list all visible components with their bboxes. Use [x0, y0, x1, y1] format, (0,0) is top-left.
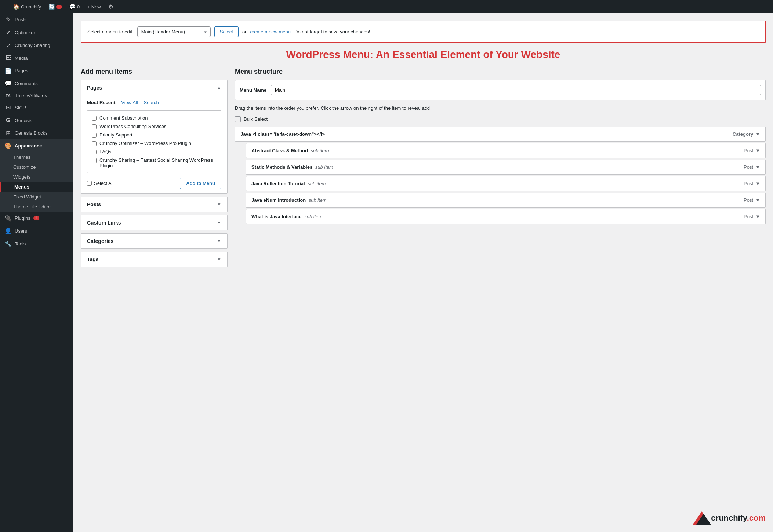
sidebar-item-appearance[interactable]: 🎨 Appearance Themes Customize Widgets Me…	[0, 139, 73, 212]
menu-name-input[interactable]	[271, 85, 761, 95]
select-all-label: Select All	[94, 181, 113, 186]
appearance-icon: 🎨	[4, 142, 12, 149]
menu-structure-panel: Menu structure Menu Name Drag the items …	[235, 68, 766, 226]
site-name-button[interactable]: 🏠 Crunchify	[10, 0, 44, 13]
menu-name-row: Menu Name	[235, 80, 766, 100]
optimizer-icon: ✔	[4, 29, 12, 36]
pages-accordion-chevron-up: ▲	[217, 85, 221, 90]
comments-button[interactable]: 💬 0	[66, 0, 83, 13]
sidebar-item-users[interactable]: 👤 Users	[0, 225, 73, 237]
crunchy-sharing-icon: ↗	[4, 42, 12, 49]
menu-item-java-enum: Java eNum Introduction sub item Post ▼	[246, 193, 766, 208]
custom-links-accordion: Custom Links ▼	[81, 215, 228, 230]
posts-accordion-header[interactable]: Posts ▼	[81, 197, 227, 212]
menu-select-dropdown[interactable]: Main (Header Menu)	[137, 26, 211, 37]
tags-accordion: Tags ▼	[81, 252, 228, 267]
bulk-select-row: Bulk Select	[235, 116, 766, 122]
sidebar-submenu-widgets[interactable]: Widgets	[0, 172, 73, 182]
sidebar-thirstyaffiliates-label: ThirstyAffiliates	[15, 93, 47, 98]
sidebar-submenu-theme-file-editor[interactable]: Theme File Editor	[0, 202, 73, 212]
faqs-checkbox[interactable]	[92, 150, 97, 154]
posts-accordion: Posts ▼	[81, 197, 228, 212]
select-button[interactable]: Select	[214, 26, 239, 37]
sidebar-appearance-label: Appearance	[15, 143, 42, 149]
plugins-badge: 1	[33, 216, 39, 220]
customize-icon-button[interactable]: ⚙	[105, 0, 116, 13]
sidebar-item-genesis[interactable]: G Genesis	[0, 114, 73, 127]
tags-accordion-header[interactable]: Tags ▼	[81, 252, 227, 267]
list-item: FAQs	[90, 147, 218, 156]
tab-view-all[interactable]: View All	[121, 100, 138, 106]
sidebar-comments-label: Comments	[15, 81, 38, 86]
static-methods-expand-icon[interactable]: ▼	[755, 164, 760, 170]
custom-links-label: Custom Links	[87, 220, 121, 226]
admin-bar: W 🏠 Crunchify 🔄 1 💬 0 + New ⚙	[0, 0, 773, 13]
genesis-icon: G	[4, 117, 12, 124]
menu-item-java-type: Category ▼	[733, 131, 760, 137]
sidebar-item-pages[interactable]: 📄 Pages	[0, 64, 73, 77]
sidebar-item-plugins[interactable]: 🔌 Plugins 1	[0, 212, 73, 225]
updates-button[interactable]: 🔄 1	[46, 0, 65, 13]
custom-links-accordion-header[interactable]: Custom Links ▼	[81, 215, 227, 230]
menu-item-java-category: Java <i class="fa fa-caret-down"></i> Ca…	[235, 127, 766, 142]
wp-logo-button[interactable]: W	[3, 0, 9, 13]
sidebar-genesis-label: Genesis	[15, 118, 32, 123]
new-content-button[interactable]: + New	[84, 0, 104, 13]
pages-accordion: Pages ▲ Most Recent View All Search C	[81, 80, 228, 194]
categories-accordion-header[interactable]: Categories ▼	[81, 234, 227, 248]
fixed-widget-label: Fixed Widget	[0, 192, 73, 202]
abstract-class-expand-icon[interactable]: ▼	[755, 148, 760, 153]
sidebar-item-thirstyaffiliates[interactable]: TA ThirstyAffiliates	[0, 90, 73, 101]
menu-item-java-title: Java <i class="fa fa-caret-down"></i>	[240, 131, 325, 137]
java-interface-type: Post ▼	[744, 214, 760, 219]
sidebar-submenu-themes[interactable]: Themes	[0, 152, 73, 162]
java-interface-expand-icon[interactable]: ▼	[755, 214, 760, 219]
menu-structure-title: Menu structure	[235, 68, 766, 76]
crunchify-logo: crunchify.com	[693, 511, 766, 525]
bulk-select-checkbox[interactable]	[235, 116, 241, 122]
menu-columns: Add menu items Pages ▲ Most Recent View …	[81, 68, 766, 270]
crunchy-optimizer-label: Crunchy Optimizer – WordPress Pro Plugin	[99, 141, 191, 146]
create-new-menu-link[interactable]: create a new menu	[250, 29, 291, 34]
java-enum-title-group: Java eNum Introduction sub item	[251, 197, 327, 203]
categories-label: Categories	[87, 238, 113, 244]
abstract-class-type: Post ▼	[744, 148, 760, 153]
sidebar-submenu-fixed-widget[interactable]: Fixed Widget	[0, 192, 73, 202]
select-menu-label: Select a menu to edit:	[87, 29, 134, 34]
add-menu-items-title: Add menu items	[81, 68, 228, 76]
priority-support-checkbox[interactable]	[92, 133, 97, 138]
sidebar-users-label: Users	[15, 228, 27, 234]
tab-search[interactable]: Search	[144, 100, 159, 106]
java-category-expand-icon[interactable]: ▼	[755, 131, 760, 137]
sidebar-item-tools[interactable]: 🔧 Tools	[0, 237, 73, 250]
sidebar-submenu-customize[interactable]: Customize	[0, 162, 73, 172]
sidebar-item-comments[interactable]: 💬 Comments	[0, 77, 73, 90]
sidebar-submenu-menus[interactable]: Menus	[0, 182, 73, 192]
comment-subscription-checkbox[interactable]	[92, 116, 97, 121]
tab-most-recent[interactable]: Most Recent	[87, 100, 115, 106]
add-menu-items-panel: Add menu items Pages ▲ Most Recent View …	[81, 68, 228, 270]
list-item: Comment Subscription	[90, 114, 218, 122]
sidebar-optimizer-label: Optimizer	[15, 30, 35, 35]
select-all-checkbox[interactable]	[87, 181, 92, 186]
sidebar-item-crunchy-sharing[interactable]: ↗ Crunchy Sharing	[0, 39, 73, 52]
add-to-menu-button[interactable]: Add to Menu	[180, 178, 221, 189]
pages-accordion-header[interactable]: Pages ▲	[81, 80, 227, 95]
sidebar-item-stcr[interactable]: ✉ StCR	[0, 101, 73, 114]
crunchy-sharing-checkbox[interactable]	[92, 158, 97, 163]
sidebar-item-media[interactable]: 🖼 Media	[0, 52, 73, 64]
crunchy-optimizer-checkbox[interactable]	[92, 141, 97, 146]
java-enum-expand-icon[interactable]: ▼	[755, 197, 760, 203]
site-name-label: Crunchify	[21, 4, 41, 10]
comments-icon: 💬	[4, 80, 12, 87]
sidebar-item-optimizer[interactable]: ✔ Optimizer	[0, 26, 73, 39]
pages-accordion-body: Most Recent View All Search Comment Subs…	[81, 95, 227, 193]
page-title: WordPress Menu: An Essential Element of …	[81, 49, 766, 61]
sidebar: ✎ Posts ✔ Optimizer ↗ Crunchy Sharing 🖼	[0, 13, 73, 532]
crunchify-logo-icon	[693, 511, 711, 525]
sidebar-posts-label: Posts	[15, 17, 27, 22]
wp-consulting-checkbox[interactable]	[92, 124, 97, 129]
java-reflection-expand-icon[interactable]: ▼	[755, 181, 760, 186]
sidebar-item-posts[interactable]: ✎ Posts	[0, 13, 73, 26]
sidebar-item-genesis-blocks[interactable]: ⊞ Genesis Blocks	[0, 127, 73, 139]
